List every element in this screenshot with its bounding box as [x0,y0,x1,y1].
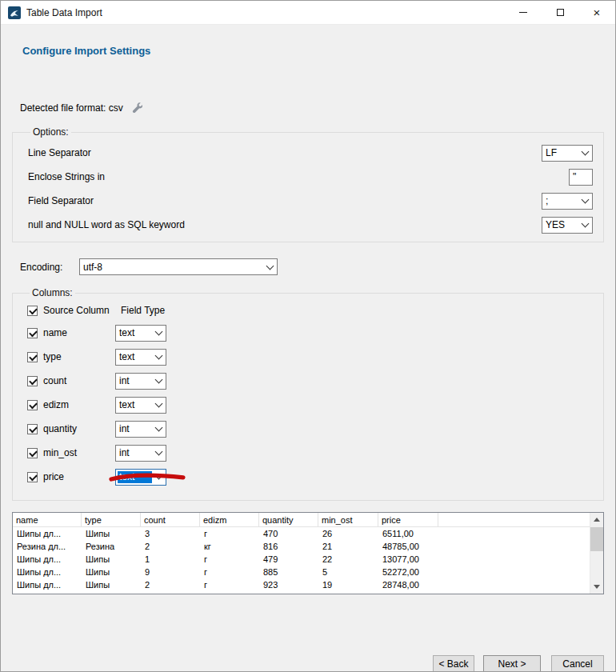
cancel-button[interactable]: Cancel [551,655,604,672]
column-checkbox[interactable] [27,352,38,362]
column-row-edizm: edizm text [27,393,593,417]
scrollbar-thumb[interactable] [590,527,603,551]
field-type-select[interactable]: text [115,397,166,414]
preview-row[interactable]: Шипы дл... Шипы 2 г 923 19 28748,00 [13,578,603,591]
line-separator-label: Line Separator [28,147,91,158]
chevron-down-icon [578,218,592,233]
option-row-enclose-strings: Enclose Strings in [28,165,593,189]
scroll-down-arrow-icon[interactable] [590,580,603,594]
preview-cell: г [200,580,259,590]
column-name: count [43,375,115,386]
column-name: min_ost [43,447,115,458]
preview-cell: 26 [318,529,378,538]
options-legend: Options: [30,126,71,138]
encoding-select[interactable]: utf-8 [79,258,278,275]
preview-cell: 2 [141,542,200,551]
column-checkbox[interactable] [27,400,38,410]
preview-cell: 6511,00 [378,529,438,538]
column-name: quantity [43,423,115,434]
preview-cell: Шипы [82,529,141,538]
field-type-select[interactable]: int [115,421,166,438]
column-checkbox[interactable] [27,448,38,458]
close-button[interactable]: × [578,1,615,24]
maximize-button[interactable] [542,1,578,24]
option-row-line-separator: Line Separator LF [28,141,593,165]
preview-cell: 28748,00 [378,580,438,590]
column-checkbox[interactable] [27,424,38,434]
preview-cell: Резина дл... [13,542,82,551]
field-type-header: Field Type [121,305,165,316]
scroll-up-arrow-icon[interactable] [590,513,603,526]
columns-header-row: Source Column Field Type [27,300,593,321]
field-type-select[interactable]: int [115,445,166,462]
preview-cell: 48785,00 [378,542,438,551]
preview-header-cell: quantity [259,513,318,526]
preview-header-row: name type count edizm quantity min_ost p… [13,513,603,527]
title-bar[interactable]: Table Data Import × [1,1,615,25]
preview-cell: 52272,00 [378,567,438,577]
preview-header-cell: type [82,513,141,526]
select-all-checkbox[interactable] [27,306,38,316]
option-row-null-keyword: null and NULL word as SQL keyword YES [28,213,593,237]
preview-cell: 816 [259,542,318,551]
chevron-down-icon [152,446,166,461]
preview-header-filler [438,513,603,526]
line-separator-select[interactable]: LF [542,145,593,162]
mysql-workbench-icon [8,6,21,19]
chevron-down-icon [578,194,592,209]
preview-cell: 13077,00 [378,554,438,564]
preview-cell: 21 [318,542,378,551]
preview-cell: Шипы дл... [13,529,82,538]
preview-cell: 9 [141,567,200,577]
vertical-scrollbar[interactable] [590,513,603,594]
preview-cell: г [200,567,259,577]
preview-row[interactable]: Резина дл... Резина 2 кг 816 21 48785,00 [13,540,603,553]
back-button[interactable]: < Back [433,655,474,672]
preview-cell: 19 [318,580,378,590]
footer-buttons: < Back Next > Cancel [12,655,604,672]
preview-cell: 22 [318,554,378,564]
preview-header-cell: edizm [200,513,259,526]
field-separator-label: Field Separator [28,195,94,206]
column-row-count: count int [27,369,593,393]
table-data-import-window: Table Data Import × Configure Import Set… [0,0,616,672]
preview-header-cell: price [378,513,438,526]
preview-row[interactable]: Шипы дл... Шипы 9 г 885 5 52272,00 [13,566,603,578]
preview-cell: г [200,529,259,538]
preview-table: name type count edizm quantity min_ost p… [12,512,604,594]
preview-cell: 2 [141,580,200,590]
field-type-select[interactable]: int [115,373,166,390]
column-row-min-ost: min_ost int [27,441,593,465]
title-bar-left: Table Data Import [1,6,505,19]
preview-cell: Резина [82,542,141,551]
preview-row[interactable]: Шипы дл... Шипы 3 г 470 26 6511,00 [13,527,603,540]
preview-header-cell: name [13,513,82,526]
column-checkbox[interactable] [27,376,38,386]
null-keyword-select[interactable]: YES [542,217,593,234]
preview-header-cell: count [141,513,200,526]
dialog-content: Configure Import Settings Detected file … [1,45,615,672]
chevron-down-icon [152,374,166,389]
page-title: Configure Import Settings [22,45,604,58]
preview-row[interactable]: Шипы дл... Шипы 1 г 479 22 13077,00 [13,553,603,566]
window-title: Table Data Import [26,7,102,18]
column-checkbox[interactable] [27,472,38,482]
preview-cell: 479 [259,554,318,564]
options-group: Options: Line Separator LF Enclose Strin… [12,126,604,242]
enclose-strings-input[interactable] [569,169,593,186]
column-name: price [43,471,115,482]
columns-group: Columns: Source Column Field Type name t… [12,287,604,501]
field-separator-select[interactable]: ; [542,193,593,210]
preview-cell: Шипы [82,554,141,564]
next-button[interactable]: Next > [483,655,541,672]
columns-legend: Columns: [30,287,75,298]
wrench-icon [130,102,142,114]
field-type-select[interactable]: text [115,349,166,366]
column-checkbox[interactable] [27,328,38,338]
preview-cell: 885 [259,567,318,577]
column-row-type: type text [27,345,593,369]
preview-cell: Шипы дл... [13,554,82,564]
minimize-button[interactable] [505,1,542,24]
field-type-select[interactable]: text [115,325,166,342]
preview-cell: 1 [141,554,200,564]
